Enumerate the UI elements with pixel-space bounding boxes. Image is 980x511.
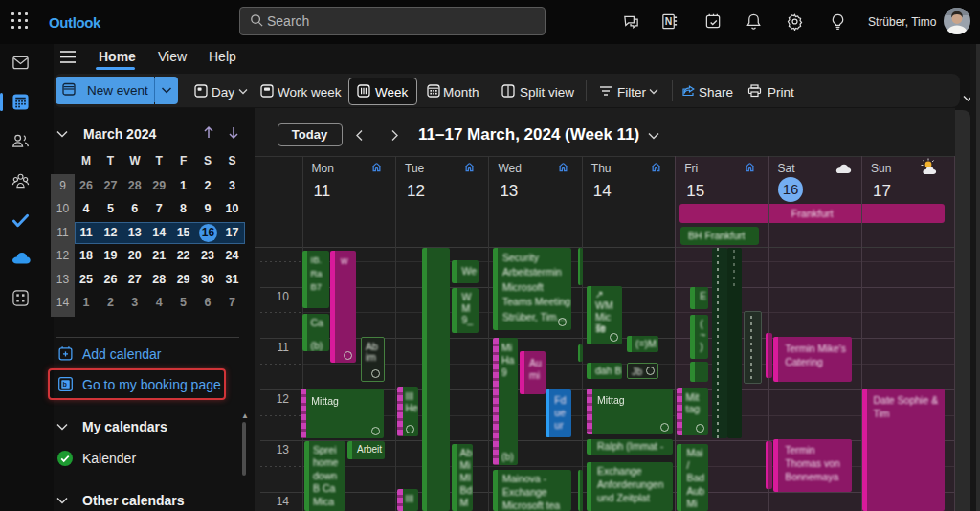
svg-text:b: b	[62, 381, 67, 389]
svg-text:N: N	[665, 16, 673, 27]
